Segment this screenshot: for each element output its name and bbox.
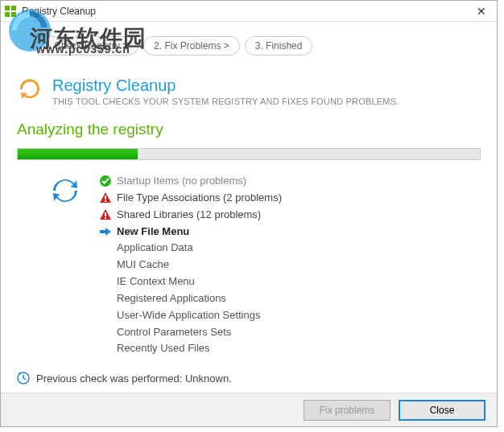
list-item: User-Wide Application Settings: [99, 307, 481, 324]
item-label: IE Context Menu: [117, 274, 195, 290]
item-label: Recently Used Files: [117, 341, 210, 356]
status-heading: Analyzing the registry: [1, 109, 497, 143]
close-button[interactable]: Close: [399, 400, 485, 421]
item-label: User-Wide Application Settings: [117, 308, 260, 323]
svg-rect-1: [11, 6, 16, 10]
check-items-list: Startup Items (no problems) File Type As…: [99, 173, 481, 357]
dialog-footer: Fix problems Close: [1, 393, 497, 426]
analysis-panel: Startup Items (no problems) File Type As…: [1, 170, 497, 365]
registry-cleanup-icon: [17, 76, 43, 102]
page-title: Registry Cleanup: [52, 76, 399, 95]
list-item-current: New File Menu: [99, 224, 481, 241]
page-header: Registry Cleanup THIS TOOL CHECKS YOUR S…: [1, 64, 497, 109]
list-item: Shared Libraries (12 problems): [99, 207, 481, 224]
checkmark-icon: [99, 175, 112, 187]
window-title: Registry Cleanup: [22, 6, 469, 17]
step-fix-problems[interactable]: 2. Fix Problems >: [143, 36, 240, 56]
step-check-registry[interactable]: 1. Check Registry >: [33, 36, 138, 56]
arrow-right-icon: [99, 225, 112, 238]
fix-problems-button[interactable]: Fix problems: [304, 400, 390, 421]
list-item: Startup Items (no problems): [99, 173, 481, 190]
close-icon[interactable]: ✕: [469, 2, 494, 20]
item-label: Registered Applications: [117, 291, 226, 307]
progress-fill: [18, 149, 138, 159]
item-label: Startup Items (no problems): [117, 174, 246, 189]
svg-rect-8: [105, 212, 106, 216]
list-item: Recently Used Files: [99, 340, 481, 357]
item-label: Control Parameters Sets: [117, 325, 231, 340]
wizard-steps: 1. Check Registry > 2. Fix Problems > 3.…: [1, 22, 497, 64]
list-item: MUI Cache: [99, 257, 481, 274]
list-item: Control Parameters Sets: [99, 324, 481, 341]
svg-rect-2: [5, 12, 10, 17]
page-subtitle: THIS TOOL CHECKS YOUR SYSTEM REGISTRY AN…: [52, 97, 399, 106]
titlebar: Registry Cleanup ✕: [1, 1, 497, 22]
item-label: File Type Associations (2 problems): [117, 191, 282, 206]
item-label: Shared Libraries (12 problems): [117, 208, 261, 223]
item-label: Application Data: [117, 241, 193, 256]
registry-cleanup-dialog: Registry Cleanup ✕ 河东软件园 www.pc0359.cn 1…: [0, 0, 498, 427]
app-icon: [4, 5, 17, 18]
svg-rect-6: [105, 195, 106, 200]
item-label: MUI Cache: [117, 257, 169, 273]
list-item: IE Context Menu: [99, 274, 481, 290]
list-item: File Type Associations (2 problems): [99, 190, 481, 207]
warning-icon: [99, 208, 112, 221]
list-item: Registered Applications: [99, 290, 481, 307]
item-label: New File Menu: [117, 224, 189, 240]
svg-rect-3: [11, 12, 16, 17]
svg-rect-0: [5, 6, 10, 10]
svg-rect-9: [105, 217, 106, 219]
step-finished[interactable]: 3. Finished: [245, 36, 313, 56]
previous-check-text: Previous check was performed: Unknown.: [36, 372, 232, 385]
previous-check-info: Previous check was performed: Unknown.: [17, 372, 232, 385]
clock-icon: [17, 372, 30, 385]
progress-bar: [17, 148, 481, 160]
refresh-icon: [51, 176, 80, 205]
svg-rect-7: [105, 200, 106, 202]
list-item: Application Data: [99, 240, 481, 257]
warning-icon: [99, 191, 112, 204]
